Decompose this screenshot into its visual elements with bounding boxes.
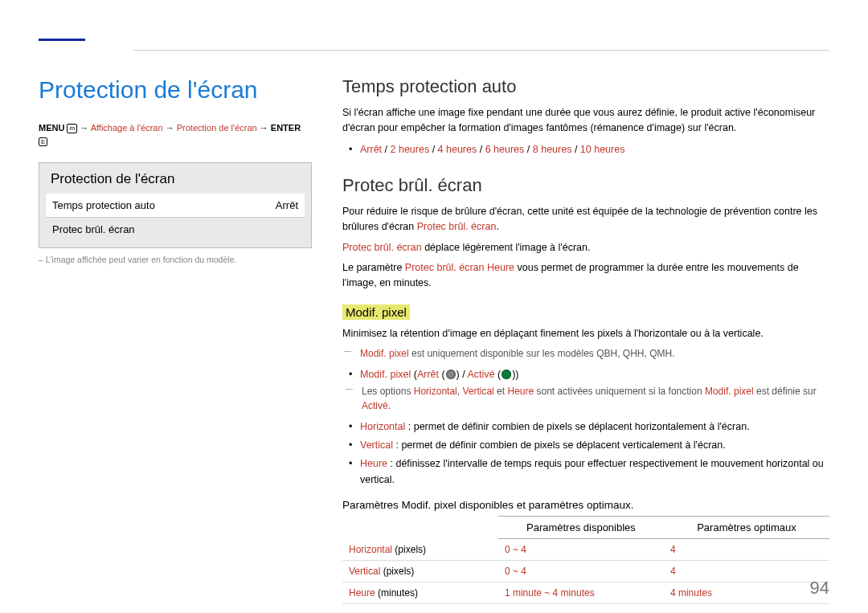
term: Activé bbox=[362, 400, 388, 411]
sep: / bbox=[382, 144, 390, 155]
option-line: Horizontal : permet de définir combien d… bbox=[360, 419, 829, 435]
option-line: Vertical : permet de définir combien de … bbox=[360, 437, 829, 453]
breadcrumb-seg2: Protection de l'écran bbox=[177, 123, 257, 133]
preview-row-value: Arrêt bbox=[276, 199, 298, 211]
term: Horizontal bbox=[349, 544, 392, 555]
page-number: 94 bbox=[810, 578, 829, 599]
term: Protec brûl. écran bbox=[417, 221, 497, 232]
sep: / bbox=[477, 144, 485, 155]
top-divider bbox=[133, 50, 829, 51]
term: Heure bbox=[349, 587, 375, 599]
term: Protec brûl. écran Heure bbox=[405, 262, 514, 273]
option-line: Modif. pixel (Arrêt () / Activé ()) Les … bbox=[360, 366, 829, 414]
section-heading: Temps protection auto bbox=[342, 76, 829, 97]
option: 6 heures bbox=[485, 144, 525, 155]
params-table: Paramètres disponibles Paramètres optima… bbox=[342, 516, 829, 604]
term: Horizontal bbox=[360, 421, 405, 432]
main-layout: Protection de l'écran MENU m → Affichage… bbox=[39, 0, 829, 613]
table-row: Heure (minutes) 1 minute ~ 4 minutes 4 m… bbox=[342, 582, 829, 603]
preview-row-label: Protec brûl. écran bbox=[52, 223, 135, 235]
section-paragraph: Le paramètre Protec brûl. écran Heure vo… bbox=[342, 260, 829, 292]
text: Les options bbox=[362, 386, 414, 397]
term: Heure bbox=[360, 458, 387, 469]
section-heading: Protec brûl. écran bbox=[342, 175, 829, 196]
breadcrumb-suffix: ENTER bbox=[271, 123, 301, 133]
note-list: Modif. pixel est uniquement disponible s… bbox=[342, 346, 829, 362]
row-label: Horizontal (pixels) bbox=[342, 538, 498, 560]
table-row: Horizontal (pixels) 0 ~ 4 4 bbox=[342, 538, 829, 560]
section-auto-protect: Temps protection auto Si l'écran affiche… bbox=[342, 76, 829, 157]
image-note: – L'image affichée peut varier en foncti… bbox=[39, 255, 312, 264]
term: Vertical bbox=[349, 566, 380, 577]
right-column: Temps protection auto Si l'écran affiche… bbox=[342, 76, 829, 613]
table-row: Vertical (pixels) 0 ~ 4 4 bbox=[342, 560, 829, 582]
option-off: Arrêt bbox=[360, 144, 382, 155]
page-title: Protection de l'écran bbox=[39, 76, 312, 104]
note-item: Les options Horizontal, Vertical et Heur… bbox=[362, 384, 829, 414]
row-optimal: 4 minutes bbox=[664, 582, 829, 603]
breadcrumb-seg1: Affichage à l'écran bbox=[91, 123, 163, 133]
table-header-available: Paramètres disponibles bbox=[498, 516, 664, 538]
subsection-paragraph: Minimisez la rétention d'image en déplaç… bbox=[342, 326, 829, 341]
text: : définissez l'intervalle de temps requi… bbox=[360, 458, 824, 485]
sep: / bbox=[571, 144, 579, 155]
breadcrumb-arrow: → bbox=[80, 123, 88, 133]
breadcrumb-arrow: → bbox=[260, 123, 268, 133]
enter-icon: E bbox=[39, 137, 47, 147]
left-column: Protection de l'écran MENU m → Affichage… bbox=[39, 76, 312, 613]
state-off: Arrêt bbox=[417, 369, 439, 380]
term: Modif. pixel bbox=[360, 348, 409, 359]
sep: / bbox=[524, 144, 532, 155]
section-burn-protect: Protec brûl. écran Pour réduire le risqu… bbox=[342, 175, 829, 613]
table-header-blank bbox=[342, 516, 498, 538]
text: Le paramètre bbox=[342, 262, 405, 273]
section-paragraph: Protec brûl. écran déplace légèrement l'… bbox=[342, 240, 829, 255]
breadcrumb-prefix: MENU bbox=[39, 123, 64, 133]
term: Modif. pixel bbox=[360, 369, 411, 380]
preview-row-label: Temps protection auto bbox=[52, 199, 155, 211]
text: et bbox=[494, 386, 508, 397]
table-caption: Paramètres Modif. pixel disponibles et p… bbox=[342, 499, 829, 511]
unit: (pixels) bbox=[392, 544, 426, 555]
row-label: Heure (minutes) bbox=[342, 582, 498, 603]
preview-title: Protection de l'écran bbox=[51, 171, 300, 187]
option-line: Heure : définissez l'intervalle de temps… bbox=[360, 456, 829, 488]
term: Horizontal bbox=[414, 386, 457, 397]
preview-row-burn: Protec brûl. écran bbox=[46, 217, 305, 241]
unit: (pixels) bbox=[380, 566, 414, 577]
section-paragraph: Pour réduire le risque de brûlure d'écra… bbox=[342, 204, 829, 235]
option-line: Arrêt / 2 heures / 4 heures / 6 heures /… bbox=[360, 141, 829, 157]
note-item: Modif. pixel est uniquement disponible s… bbox=[360, 346, 829, 362]
breadcrumb-arrow: → bbox=[166, 123, 174, 133]
row-label: Vertical (pixels) bbox=[342, 560, 498, 582]
row-available: 0 ~ 4 bbox=[498, 560, 664, 582]
text: Pour réduire le risque de brûlure d'écra… bbox=[342, 206, 817, 232]
options-list: Arrêt / 2 heures / 4 heures / 6 heures /… bbox=[342, 141, 829, 157]
preview-row-auto: Temps protection auto Arrêt bbox=[46, 194, 305, 217]
options-list: Modif. pixel (Arrêt () / Activé ()) Les … bbox=[342, 366, 829, 488]
row-available: 0 ~ 4 bbox=[498, 538, 664, 560]
row-optimal: 4 bbox=[664, 560, 829, 582]
unit: (minutes) bbox=[375, 587, 418, 599]
text: déplace légèrement l'image à l'écran. bbox=[422, 242, 591, 253]
row-optimal: 4 bbox=[664, 538, 829, 560]
menu-icon: m bbox=[67, 124, 77, 133]
text: est définie sur bbox=[754, 386, 817, 397]
radio-on-icon bbox=[502, 370, 511, 379]
table-header-optimal: Paramètres optimaux bbox=[664, 516, 829, 538]
option: 4 heures bbox=[438, 144, 477, 155]
option: 8 heures bbox=[533, 144, 572, 155]
term: Vertical bbox=[360, 439, 393, 451]
term: Protec brûl. écran bbox=[342, 242, 422, 253]
term: Heure bbox=[507, 386, 534, 397]
option: 2 heures bbox=[391, 144, 430, 155]
state-on: Activé bbox=[468, 369, 495, 380]
table-header-row: Paramètres disponibles Paramètres optima… bbox=[342, 516, 829, 538]
screen-preview: Protection de l'écran Temps protection a… bbox=[39, 162, 312, 248]
subsection-heading-highlight: Modif. pixel bbox=[342, 304, 410, 320]
accent-bar bbox=[39, 39, 85, 41]
text: sont activées uniquement si la fonction bbox=[534, 386, 705, 397]
term: Modif. pixel bbox=[705, 386, 754, 397]
radio-off-icon bbox=[446, 370, 456, 379]
option: 10 heures bbox=[580, 144, 625, 155]
